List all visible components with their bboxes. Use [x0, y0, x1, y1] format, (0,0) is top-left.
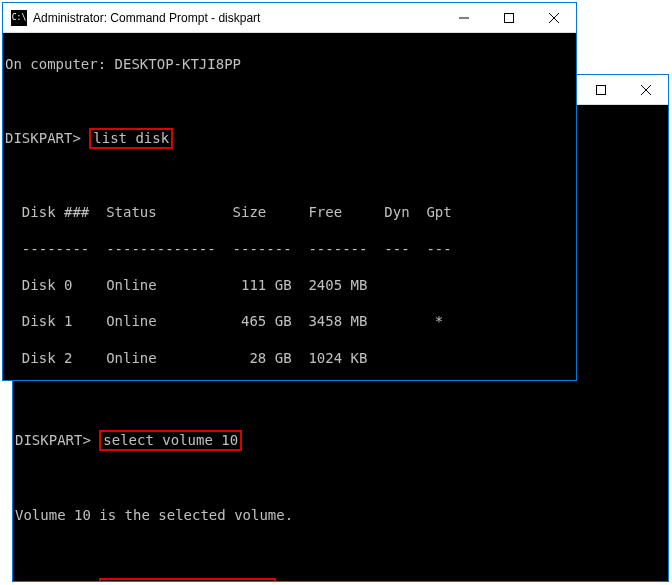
disk-header: Disk ### Status Size Free Dyn Gpt	[5, 203, 574, 221]
close-button[interactable]	[531, 3, 576, 32]
computer-line: On computer: DESKTOP-KTJI8PP	[5, 55, 574, 73]
prompt: DISKPART>	[15, 432, 91, 448]
svg-rect-5	[504, 13, 513, 22]
disk-row-0: Disk 0 Online 111 GB 2405 MB	[5, 276, 574, 294]
disk-separator: -------- ------------- ------- ------- -…	[5, 240, 574, 258]
maximize-button[interactable]	[486, 3, 531, 32]
close-button[interactable]	[623, 75, 668, 104]
volume-selected-msg: Volume 10 is the selected volume.	[15, 506, 666, 524]
cmd-icon: C:\	[11, 10, 27, 26]
maximize-button[interactable]	[578, 75, 623, 104]
titlebar[interactable]: C:\ Administrator: Command Prompt - disk…	[3, 3, 576, 33]
cmd-format: format fs=ntfs quick	[99, 578, 276, 581]
minimize-button[interactable]	[441, 3, 486, 32]
cmd-window-front: C:\ Administrator: Command Prompt - disk…	[2, 2, 577, 381]
cmd-select-volume: select volume 10	[99, 430, 242, 451]
prompt: DISKPART>	[15, 580, 91, 581]
window-controls	[441, 3, 576, 32]
disk-row-1: Disk 1 Online 465 GB 3458 MB *	[5, 312, 574, 330]
svg-rect-1	[596, 85, 605, 94]
disk-row-2: Disk 2 Online 28 GB 1024 KB	[5, 349, 574, 367]
window-title: Administrator: Command Prompt - diskpart	[33, 11, 441, 25]
prompt: DISKPART>	[5, 130, 81, 146]
cmd-list-disk: list disk	[89, 128, 173, 149]
terminal-output-front[interactable]: On computer: DESKTOP-KTJI8PP DISKPART> l…	[3, 33, 576, 380]
